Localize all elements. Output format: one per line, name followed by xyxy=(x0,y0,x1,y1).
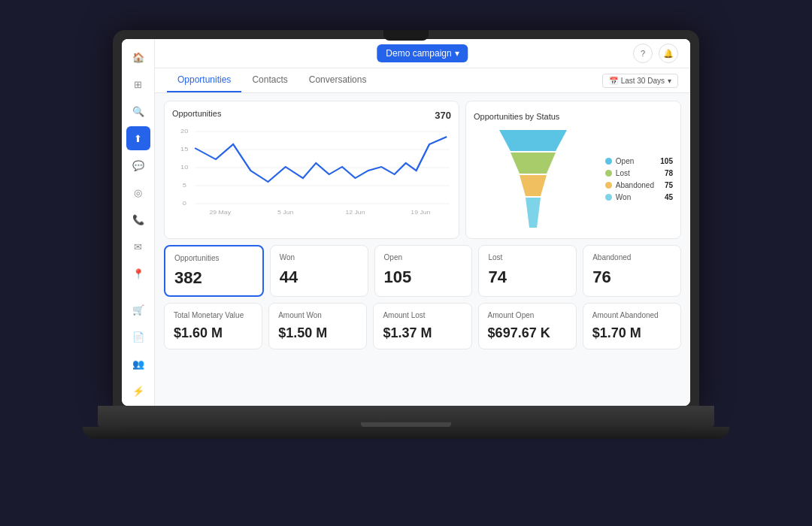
tabs-container: Opportunities Contacts Conversations xyxy=(167,68,377,92)
svg-text:12 Jun: 12 Jun xyxy=(345,210,365,216)
svg-marker-17 xyxy=(526,198,541,228)
grid-icon[interactable]: ⊞ xyxy=(126,72,150,96)
svg-marker-15 xyxy=(511,153,556,174)
notification-button[interactable]: 🔔 xyxy=(659,44,678,63)
funnel-chart-card: Opportunities by Status xyxy=(465,101,681,239)
money-value: $1.50 M xyxy=(278,325,357,341)
upload-icon[interactable]: ⬆ xyxy=(126,126,150,150)
header-right: ? 🔔 xyxy=(633,44,678,63)
stat-label: Opportunities xyxy=(174,254,253,262)
bolt-icon[interactable]: ⚡ xyxy=(126,379,150,403)
svg-marker-14 xyxy=(499,130,567,151)
laptop-wrapper: 🏠⊞🔍⬆💬◎📞✉📍🛒📄👥⚡⚙ Demo campaign ▾ ? xyxy=(83,30,729,496)
date-filter-button[interactable]: 📅 Last 30 Days ▾ xyxy=(602,74,678,88)
sidebar: 🏠⊞🔍⬆💬◎📞✉📍🛒📄👥⚡⚙ xyxy=(122,39,155,406)
stat-label: Open xyxy=(384,253,463,261)
svg-text:20: 20 xyxy=(180,128,189,135)
money-label: Amount Lost xyxy=(383,311,462,319)
stat-value: 74 xyxy=(488,268,567,287)
demo-campaign-button[interactable]: Demo campaign ▾ xyxy=(377,44,468,62)
demo-campaign-label: Demo campaign xyxy=(386,48,451,59)
svg-text:15: 15 xyxy=(180,146,189,153)
money-value: $697.67 K xyxy=(488,325,567,341)
legend-open-label: Open xyxy=(616,157,654,165)
money-label: Amount Abandoned xyxy=(592,311,671,319)
svg-text:5: 5 xyxy=(183,182,186,189)
money-value: $1.60 M xyxy=(174,325,253,341)
line-chart-title: Opportunities xyxy=(172,109,221,118)
tabs-bar: Opportunities Contacts Conversations 📅 L… xyxy=(155,68,690,93)
chevron-down-icon: ▾ xyxy=(668,77,671,85)
stat-card-lost: Lost 74 xyxy=(478,245,577,297)
tab-contacts[interactable]: Contacts xyxy=(241,68,298,92)
money-card-amount-won: Amount Won $1.50 M xyxy=(268,303,367,349)
laptop-notch xyxy=(383,30,429,41)
legend-lost: Lost 78 xyxy=(605,169,673,177)
money-card-total-monetary-value: Total Monetary Value $1.60 M xyxy=(164,303,262,349)
svg-text:29 May: 29 May xyxy=(210,210,232,216)
legend-abandoned-label: Abandoned xyxy=(616,181,654,189)
funnel-legend: Open 105 Lost 78 xyxy=(605,157,673,201)
header: Demo campaign ▾ ? 🔔 xyxy=(155,39,690,68)
stat-cards-row: Opportunities 382 Won 44 Open 105 Lost 7… xyxy=(164,245,681,297)
legend-won-dot xyxy=(605,194,612,201)
search-icon[interactable]: 🔍 xyxy=(126,99,150,123)
tab-conversations[interactable]: Conversations xyxy=(298,68,377,92)
svg-text:0: 0 xyxy=(183,200,186,207)
legend-abandoned: Abandoned 75 xyxy=(605,181,673,189)
money-value: $1.37 M xyxy=(383,325,462,341)
header-center: Demo campaign ▾ xyxy=(377,44,468,62)
location-icon[interactable]: 📍 xyxy=(126,261,150,286)
stat-value: 382 xyxy=(174,268,253,288)
money-label: Total Monetary Value xyxy=(174,311,253,319)
doc-icon[interactable]: 📄 xyxy=(126,325,150,349)
legend-won: Won 45 xyxy=(605,193,673,201)
legend-won-label: Won xyxy=(616,193,654,201)
screen-content: 🏠⊞🔍⬆💬◎📞✉📍🛒📄👥⚡⚙ Demo campaign ▾ ? xyxy=(122,39,690,406)
money-cards-row: Total Monetary Value $1.60 M Amount Won … xyxy=(164,303,681,349)
tab-opportunities[interactable]: Opportunities xyxy=(167,68,241,92)
stat-label: Abandoned xyxy=(592,253,671,261)
svg-text:10: 10 xyxy=(180,164,189,171)
charts-row: Opportunities 370 20 15 10 5 xyxy=(164,101,681,239)
home-icon[interactable]: 🏠 xyxy=(126,45,150,69)
money-label: Amount Won xyxy=(278,311,357,319)
target-icon[interactable]: ◎ xyxy=(126,180,150,204)
svg-marker-16 xyxy=(520,175,547,196)
money-value: $1.70 M xyxy=(592,325,671,341)
legend-open: Open 105 xyxy=(605,157,673,165)
stat-value: 44 xyxy=(280,268,359,287)
stat-label: Won xyxy=(280,253,359,261)
help-button[interactable]: ? xyxy=(633,44,653,63)
legend-open-dot xyxy=(605,158,612,165)
stat-card-open: Open 105 xyxy=(374,245,473,297)
legend-abandoned-dot xyxy=(605,182,612,189)
mail-icon[interactable]: ✉ xyxy=(126,234,150,258)
funnel-svg xyxy=(474,130,593,228)
legend-lost-label: Lost xyxy=(616,169,654,177)
stat-card-opportunities: Opportunities 382 xyxy=(164,245,264,297)
legend-lost-value: 78 xyxy=(658,169,673,177)
legend-won-value: 45 xyxy=(658,193,673,201)
legend-open-value: 105 xyxy=(658,157,673,165)
line-chart-card: Opportunities 370 20 15 10 5 xyxy=(164,101,459,239)
stat-card-abandoned: Abandoned 76 xyxy=(583,245,681,297)
phone-icon[interactable]: 📞 xyxy=(126,207,150,231)
svg-text:5 Jun: 5 Jun xyxy=(277,210,293,216)
money-card-amount-open: Amount Open $697.67 K xyxy=(478,303,577,349)
funnel-container: Open 105 Lost 78 xyxy=(474,127,673,231)
laptop-bottom xyxy=(83,427,729,439)
cart-icon[interactable]: 🛒 xyxy=(126,298,150,322)
chat-icon[interactable]: 💬 xyxy=(126,153,150,177)
line-chart-total: 370 xyxy=(435,110,451,121)
money-card-amount-lost: Amount Lost $1.37 M xyxy=(373,303,471,349)
main-content: Demo campaign ▾ ? 🔔 Opportunities Contac… xyxy=(155,39,690,406)
line-chart-svg: 20 15 10 5 0 xyxy=(172,125,451,216)
stat-value: 105 xyxy=(384,268,463,287)
date-filter-label: Last 30 Days xyxy=(621,77,665,85)
money-card-amount-abandoned: Amount Abandoned $1.70 M xyxy=(583,303,681,349)
funnel-chart-title: Opportunities by Status xyxy=(474,112,559,121)
users-icon[interactable]: 👥 xyxy=(126,352,150,376)
chevron-down-icon: ▾ xyxy=(455,48,459,59)
money-label: Amount Open xyxy=(488,311,567,319)
